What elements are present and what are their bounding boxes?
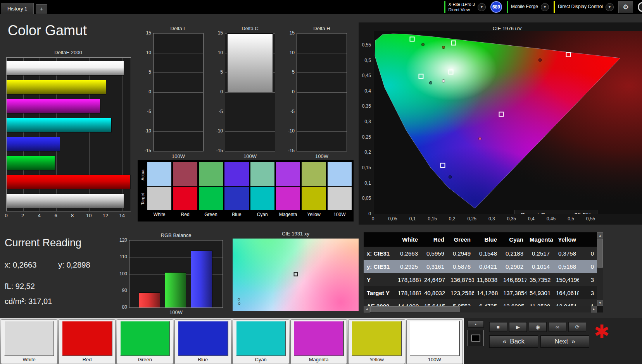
delta-c-x-label: 100W: [225, 153, 275, 159]
gridline: [225, 92, 275, 93]
patch-button-100w[interactable]: 100W: [406, 319, 463, 364]
patch-color-swatch: [236, 321, 286, 356]
table-cell: 24,6497: [421, 273, 447, 286]
scroll-up-icon[interactable]: ▲: [597, 232, 603, 239]
meter-name: X-Rite i1Pro 3: [448, 2, 475, 7]
swatch-label: Blue: [224, 211, 249, 218]
swatch-actual-blue: [224, 162, 249, 186]
measured-point-white: [442, 79, 445, 82]
gear-icon[interactable]: ⚙: [618, 1, 633, 13]
column-header-blue: Blue: [474, 232, 500, 247]
continuous-measure-button[interactable]: ∞: [549, 322, 566, 332]
display-control-name: Direct Display Control: [558, 4, 603, 10]
table-horizontal-scrollbar[interactable]: ◄ ►: [364, 306, 597, 312]
y-tick-label: 120: [119, 237, 127, 243]
cie1931-title: CIE 1931 xy: [233, 231, 359, 237]
y-tick-label: -5: [219, 109, 223, 114]
cie1976-chart: CIE 1976 u'v' 00,050,10,150,20,250,30,35…: [359, 22, 642, 225]
patch-button-green[interactable]: Green: [117, 319, 173, 364]
workflow-selector[interactable]: Mobile Forge ▼: [507, 0, 549, 14]
target-marker-cyan: [418, 74, 423, 79]
scroll-left-icon[interactable]: ◄: [364, 306, 370, 312]
swatch-label: Green: [199, 211, 223, 218]
pattern-window-icon: [471, 335, 480, 342]
swatch-label: White: [147, 211, 171, 218]
deltae-bar-yellow: [7, 80, 106, 94]
rgb-balance-x-label: 100W: [129, 309, 223, 315]
horizontal-scroll-thumb[interactable]: [370, 306, 460, 312]
actual-target-swatch-panel: Actual Target WhiteRedGreenBlueCyanMagen…: [138, 160, 354, 221]
patch-button-blue[interactable]: Blue: [174, 319, 231, 364]
scroll-down-icon[interactable]: ▼: [597, 300, 603, 306]
play-button[interactable]: ▶: [509, 322, 527, 332]
next-button[interactable]: Next »: [540, 335, 589, 348]
chevron-down-icon[interactable]: ▼: [541, 3, 549, 11]
cie1976-y-axis: 00,050,10,150,20,250,30,350,40,450,50,55: [359, 31, 372, 214]
delta-l-plot: [153, 33, 204, 151]
patch-button-red[interactable]: Red: [59, 319, 115, 364]
deltae-bar-white: [7, 61, 124, 76]
back-button[interactable]: « Back: [489, 335, 538, 348]
deltae-bar-100w: [7, 194, 124, 208]
swatch-actual-red: [173, 162, 197, 186]
x-tick-label: 0,35: [507, 216, 516, 221]
top-bar-right: X-Rite i1Pro 3 Direct View ▼ 689 Mobile …: [444, 0, 642, 14]
scroll-right-icon[interactable]: ►: [591, 306, 597, 312]
deltae-bar-red: [7, 175, 131, 189]
vertical-scroll-thumb[interactable]: [597, 239, 603, 268]
table-cell: 14,1268: [474, 286, 500, 299]
y-tick-label: 80: [122, 304, 127, 310]
delta-c-chart: Delta C 151050-5-10-15 100W: [214, 26, 275, 159]
meter-status-accent: [444, 1, 445, 13]
y-tick-label: 0,3: [364, 119, 371, 124]
x-tick-label: 0,55: [586, 216, 595, 221]
patch-button-yellow[interactable]: Yellow: [348, 319, 405, 364]
table-cell: 11,6038: [474, 273, 500, 286]
measured-point-red: [538, 58, 542, 62]
target-marker-green: [410, 36, 415, 41]
pattern-window-button[interactable]: [468, 330, 484, 346]
swatch-label: Cyan: [250, 211, 274, 218]
up-chevron-icon: ▲: [474, 323, 477, 326]
measured-point-blue: [449, 175, 452, 179]
patch-color-swatch: [351, 321, 402, 356]
cie1931-plot: [233, 239, 359, 311]
column-header-clipped: [579, 232, 597, 247]
patch-color-swatch: [409, 321, 460, 356]
gridline: [154, 72, 203, 73]
row-label: Target Y: [364, 286, 395, 299]
x-tick-label: 12: [103, 213, 108, 218]
chevron-down-icon[interactable]: ▼: [478, 3, 486, 11]
single-measure-button[interactable]: ◉: [529, 322, 547, 332]
x-tick-label: 0,05: [388, 216, 397, 221]
patch-button-label: Green: [120, 356, 170, 363]
tab-history-1[interactable]: History 1: [1, 3, 34, 14]
row-label: y: CIE31: [364, 260, 395, 273]
swatch-label: Yellow: [302, 211, 326, 218]
patch-button-magenta[interactable]: Magenta: [290, 319, 347, 364]
patch-button-white[interactable]: White: [1, 319, 57, 364]
patch-button-label: Magenta: [293, 356, 344, 363]
patch-color-swatch: [178, 321, 228, 356]
collapse-panel-button[interactable]: ▲: [468, 321, 484, 328]
table-cell: 146,8917: [500, 273, 526, 286]
table-vertical-scrollbar[interactable]: ▲ ▼: [597, 232, 603, 306]
y-tick-label: 0,25: [362, 134, 371, 140]
reading-luminance: cd/m²: 317,01: [5, 297, 90, 306]
display-control-selector[interactable]: Direct Display Control ▼: [554, 0, 614, 14]
cie1976-title: CIE 1976 u'v': [373, 26, 642, 31]
meter-selector[interactable]: X-Rite i1Pro 3 Direct View ▼: [444, 0, 485, 14]
add-tab-button[interactable]: +: [36, 4, 47, 14]
patch-color-swatch: [4, 321, 54, 356]
loop-button[interactable]: ⟳: [568, 322, 586, 332]
session-icon[interactable]: [638, 2, 642, 12]
y-tick-label: -5: [290, 109, 295, 114]
table-cell: 164,0618: [553, 286, 579, 299]
table-cell: 0,2949: [447, 247, 474, 260]
chevron-down-icon[interactable]: ▼: [606, 3, 614, 11]
stop-button[interactable]: ■: [489, 322, 507, 332]
display-status-accent: [554, 1, 555, 13]
swatch-actual-green: [199, 162, 223, 186]
patch-button-cyan[interactable]: Cyan: [233, 319, 289, 364]
delta-c-plot: [225, 33, 275, 151]
